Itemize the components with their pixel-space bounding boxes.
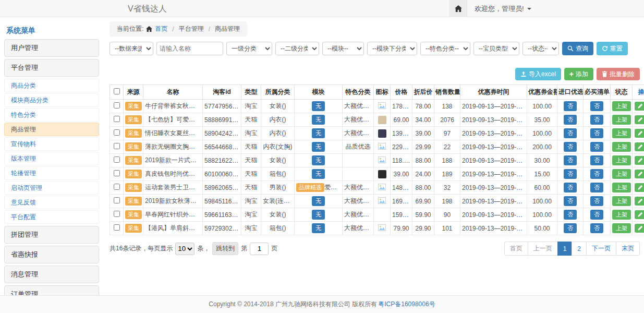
- import-pick-toggle[interactable]: 否: [564, 183, 577, 192]
- module-none-button[interactable]: 无: [312, 155, 325, 165]
- status-button[interactable]: 上架: [612, 196, 631, 206]
- import-pick-toggle[interactable]: 否: [564, 142, 577, 152]
- edit-button[interactable]: [635, 156, 644, 165]
- module-none-button[interactable]: 无: [312, 196, 325, 206]
- must-buy-toggle[interactable]: 否: [590, 223, 603, 233]
- sidebar-item-carousel-management[interactable]: 轮播管理: [4, 166, 99, 180]
- filter-select-feature-category[interactable]: --特色分类--: [420, 42, 470, 55]
- sidebar-item-feedback[interactable]: 意见反馈: [4, 196, 99, 209]
- filter-select-module[interactable]: --模块--: [322, 42, 364, 55]
- module-none-button[interactable]: 无: [312, 210, 325, 220]
- sidebar-item-platform-config[interactable]: 平台配置: [4, 210, 99, 224]
- row-checkbox[interactable]: [114, 129, 120, 136]
- page-button-2[interactable]: 2: [572, 242, 587, 256]
- status-button[interactable]: 上架: [612, 155, 631, 165]
- sidebar-item-product-management[interactable]: 商品管理: [4, 123, 99, 136]
- must-buy-toggle[interactable]: 否: [590, 183, 603, 192]
- sidebar-group-save-express[interactable]: 省惠快报: [4, 246, 99, 263]
- import-pick-toggle[interactable]: 否: [564, 101, 577, 111]
- import-pick-toggle[interactable]: 否: [564, 115, 577, 125]
- page-button-末页[interactable]: 末页: [616, 242, 640, 256]
- sidebar-group-message-management[interactable]: 消息管理: [4, 266, 99, 283]
- row-checkbox[interactable]: [114, 224, 120, 231]
- search-button[interactable]: 查询: [562, 42, 593, 55]
- select-all-checkbox[interactable]: [114, 88, 120, 94]
- must-buy-toggle[interactable]: 否: [590, 155, 603, 165]
- row-checkbox[interactable]: [114, 156, 120, 163]
- module-none-button[interactable]: 无: [312, 115, 325, 125]
- row-checkbox[interactable]: [114, 184, 120, 190]
- row-checkbox[interactable]: [114, 116, 120, 122]
- add-button[interactable]: + 添加: [564, 68, 593, 80]
- sidebar-item-feature-category[interactable]: 特色分类: [4, 108, 99, 122]
- sidebar-item-version-management[interactable]: 版本管理: [4, 152, 99, 165]
- per-page-select[interactable]: 10: [175, 243, 195, 255]
- sidebar-group-platform-management[interactable]: 平台管理: [4, 59, 99, 77]
- filter-select-status[interactable]: --状态--: [523, 42, 559, 55]
- module-none-button[interactable]: 无: [312, 223, 325, 233]
- status-button[interactable]: 上架: [612, 183, 631, 192]
- import-excel-button[interactable]: 导入excel: [515, 68, 561, 80]
- filter-select-item-type[interactable]: --宝贝类型--: [473, 42, 519, 55]
- filter-select-module-sub-category[interactable]: --模块下分类--: [367, 42, 417, 55]
- breadcrumb-home-link[interactable]: 首页: [155, 25, 167, 33]
- module-none-button[interactable]: 无: [312, 169, 325, 179]
- status-button[interactable]: 上架: [612, 169, 631, 179]
- reset-button[interactable]: 重置: [597, 42, 628, 55]
- must-buy-toggle[interactable]: 否: [590, 101, 603, 111]
- edit-button[interactable]: [635, 115, 644, 124]
- row-checkbox[interactable]: [114, 211, 120, 217]
- must-buy-toggle[interactable]: 否: [590, 142, 603, 152]
- sidebar-item-module-product-category[interactable]: 模块商品分类: [4, 93, 99, 107]
- module-none-button[interactable]: 无: [312, 142, 325, 152]
- filter-select-level1-category[interactable]: 一级分类: [226, 42, 272, 55]
- status-button[interactable]: 上架: [612, 142, 631, 152]
- page-button-上一页[interactable]: 上一页: [528, 242, 558, 256]
- row-checkbox[interactable]: [114, 102, 120, 109]
- status-button[interactable]: 上架: [612, 115, 631, 125]
- import-pick-toggle[interactable]: 否: [564, 155, 577, 165]
- status-button[interactable]: 上架: [612, 210, 631, 220]
- row-checkbox[interactable]: [114, 143, 120, 149]
- import-pick-toggle[interactable]: 否: [564, 223, 577, 233]
- sidebar-item-product-category[interactable]: 商品分类: [4, 79, 99, 92]
- row-checkbox[interactable]: [114, 197, 120, 203]
- sidebar-group-group-buy-management[interactable]: 拼团管理: [4, 226, 99, 244]
- page-button-首页[interactable]: 首页: [504, 242, 528, 256]
- must-buy-toggle[interactable]: 否: [590, 115, 603, 125]
- sidebar-item-promo-material[interactable]: 宣传物料: [4, 137, 99, 151]
- edit-button[interactable]: [635, 183, 644, 192]
- must-buy-toggle[interactable]: 否: [590, 210, 603, 220]
- jump-button[interactable]: 跳转到: [212, 242, 238, 255]
- status-button[interactable]: 上架: [612, 101, 631, 111]
- edit-button[interactable]: [635, 210, 644, 219]
- row-checkbox[interactable]: [114, 170, 120, 176]
- must-buy-toggle[interactable]: 否: [590, 128, 603, 138]
- batch-delete-button[interactable]: 批量删除: [597, 68, 640, 80]
- edit-button[interactable]: [635, 129, 644, 138]
- sidebar-group-user-management[interactable]: 用户管理: [4, 39, 99, 57]
- edit-button[interactable]: [635, 197, 644, 206]
- sidebar-item-splash-page-management[interactable]: 启动页管理: [4, 181, 99, 195]
- page-button-1[interactable]: 1: [557, 242, 573, 256]
- icp-link[interactable]: 粤ICP备16098006号: [378, 300, 435, 309]
- module-none-button[interactable]: 无: [312, 128, 325, 138]
- module-none-button[interactable]: 无: [312, 101, 325, 111]
- filter-select-data-source[interactable]: --数据来源--: [110, 42, 153, 55]
- edit-button[interactable]: [635, 170, 644, 178]
- home-button[interactable]: [449, 0, 467, 17]
- status-button[interactable]: 上架: [612, 223, 631, 233]
- import-pick-toggle[interactable]: 否: [564, 128, 577, 138]
- edit-button[interactable]: [635, 224, 644, 233]
- filter-input-name-search[interactable]: [156, 42, 223, 55]
- page-jump-input[interactable]: [250, 243, 269, 255]
- edit-button[interactable]: [635, 102, 644, 111]
- must-buy-toggle[interactable]: 否: [590, 196, 603, 206]
- edit-button[interactable]: [635, 142, 644, 151]
- import-pick-toggle[interactable]: 否: [564, 210, 577, 220]
- user-menu[interactable]: 欢迎您，管理员!: [467, 0, 539, 17]
- filter-select-level2-category[interactable]: --二级分类--: [275, 42, 319, 55]
- status-button[interactable]: 上架: [612, 128, 631, 138]
- page-button-下一页[interactable]: 下一页: [586, 242, 616, 256]
- must-buy-toggle[interactable]: 否: [590, 169, 603, 179]
